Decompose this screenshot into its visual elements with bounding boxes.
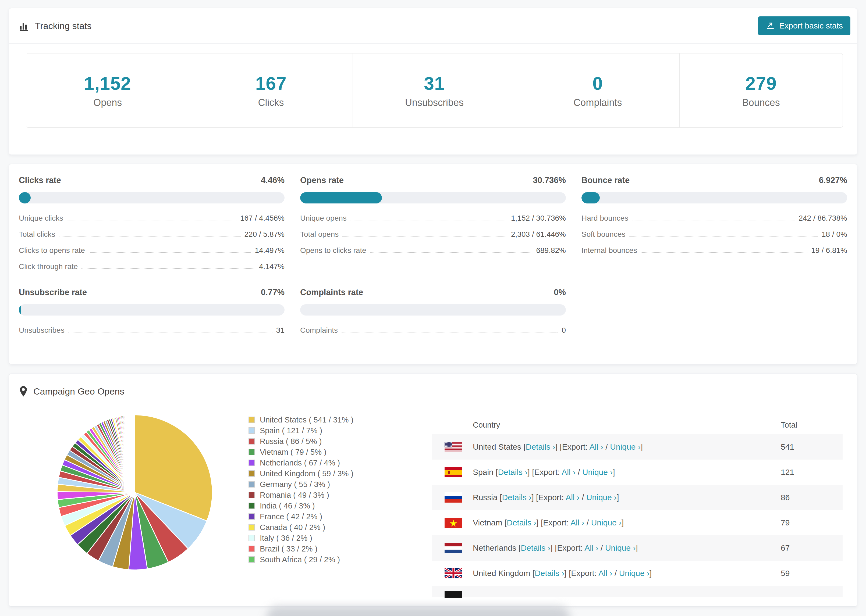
export-all-link[interactable]: All › [562, 468, 576, 476]
tracking-stats-header: Tracking stats Export basic stats [9, 8, 857, 44]
stats-row: 1,152 Opens 167 Clicks 31 Unsubscribes 0… [26, 53, 843, 128]
rate-row-label: Hard bounces [581, 214, 628, 223]
export-all-link[interactable]: All › [565, 493, 579, 502]
campaign-overview-page: Tracking stats Export basic stats 1,152 … [0, 0, 866, 616]
legend-swatch [249, 545, 255, 552]
export-all-link[interactable]: All › [589, 442, 603, 451]
rate-row-value: 1,152 / 30.736% [511, 214, 566, 223]
dotted-leader [67, 220, 236, 220]
country-flag-icon [431, 442, 473, 452]
legend-item[interactable]: France ( 42 / 2% ) [249, 511, 353, 522]
rate-row-label: Unsubscribes [19, 326, 65, 335]
country-flag-icon [431, 568, 473, 578]
rate-card: Bounce rate 6.927% Hard bounces 242 / 86… [581, 176, 847, 275]
rate-row-label: Opens to clicks rate [300, 246, 366, 255]
geo-table-header: Country Total [431, 415, 842, 434]
legend-swatch [249, 470, 255, 477]
geo-table: Country Total United States [Details ›] … [431, 415, 842, 597]
export-all-link[interactable]: All › [570, 518, 584, 527]
export-unique-link[interactable]: Unique › [582, 468, 612, 476]
legend-label: Romania ( 49 / 3% ) [260, 491, 329, 500]
legend-item[interactable]: Netherlands ( 67 / 4% ) [249, 457, 353, 468]
rate-title: Complaints rate [300, 288, 363, 297]
details-link[interactable]: Details › [526, 442, 555, 451]
legend-item[interactable]: Canada ( 40 / 2% ) [249, 522, 353, 533]
export-all-link[interactable]: All › [584, 544, 598, 552]
legend-item[interactable]: India ( 46 / 3% ) [249, 500, 353, 511]
country-total: 59 [781, 569, 842, 578]
legend-item[interactable]: Germany ( 55 / 3% ) [249, 479, 353, 490]
rate-detail-row: Clicks to opens rate 14.497% [19, 242, 285, 259]
export-unique-link[interactable]: Unique › [619, 569, 650, 578]
details-link[interactable]: Details › [507, 518, 536, 527]
legend-swatch [249, 438, 255, 445]
geo-table-row: Russia [Details ›] [Export: All › / Uniq… [431, 485, 842, 510]
legend-label: Brazil ( 33 / 2% ) [260, 545, 317, 553]
details-link[interactable]: Details › [498, 468, 527, 476]
details-link[interactable]: Details › [502, 493, 531, 502]
country-total: 67 [781, 544, 842, 553]
legend-item[interactable]: Russia ( 86 / 5% ) [249, 436, 353, 447]
column-header-total: Total [781, 421, 842, 429]
rate-row-value: 0 [562, 326, 566, 335]
stat-box: 31 Unsubscribes [353, 53, 516, 127]
legend-label: Spain ( 121 / 7% ) [260, 426, 322, 435]
clipped-flag-fragment [444, 591, 462, 598]
pie-slice[interactable] [134, 415, 135, 492]
geo-table-rows: United States [Details ›] [Export: All ›… [431, 434, 842, 586]
dotted-leader [370, 252, 532, 253]
export-unique-link[interactable]: Unique › [591, 518, 622, 527]
stat-label: Unsubscribes [405, 97, 464, 108]
country-total: 541 [781, 442, 842, 451]
rate-progress-fill [300, 192, 382, 203]
legend-label: United States ( 541 / 31% ) [260, 415, 353, 424]
rate-title: Unsubscribe rate [19, 288, 87, 297]
stat-value: 1,152 [84, 73, 131, 94]
export-unique-link[interactable]: Unique › [586, 493, 617, 502]
legend-swatch [249, 524, 255, 531]
legend-item[interactable]: Brazil ( 33 / 2% ) [249, 544, 353, 554]
geo-pie-chart [54, 412, 216, 573]
export-unique-link[interactable]: Unique › [610, 442, 640, 451]
column-header-country: Country [431, 421, 781, 429]
legend-swatch [249, 460, 255, 466]
export-unique-link[interactable]: Unique › [605, 544, 636, 552]
rate-row-label: Soft bounces [581, 230, 625, 239]
geo-table-row: United States [Details ›] [Export: All ›… [431, 434, 842, 460]
rate-progress-fill [19, 192, 31, 203]
rates-grid: Clicks rate 4.46% Unique clicks 167 / 4.… [9, 164, 857, 338]
stat-value: 0 [592, 73, 603, 94]
details-link[interactable]: Details › [521, 544, 550, 552]
legend-label: United Kingdom ( 59 / 3% ) [260, 469, 353, 478]
export-button-label: Export basic stats [779, 21, 843, 30]
rate-detail-row: Total clicks 220 / 5.87% [19, 226, 285, 242]
legend-label: Russia ( 86 / 5% ) [260, 437, 322, 446]
map-pin-icon [19, 386, 28, 397]
bar-chart-icon [19, 20, 30, 31]
country-name: United Kingdom [473, 569, 530, 578]
geo-legend: United States ( 541 / 31% ) Spain ( 121 … [249, 415, 353, 565]
legend-item[interactable]: South Africa ( 29 / 2% ) [249, 554, 353, 565]
legend-item[interactable]: Italy ( 36 / 2% ) [249, 533, 353, 544]
rate-progress-bar [581, 192, 847, 203]
geo-table-row: United Kingdom [Details ›] [Export: All … [431, 561, 842, 586]
rate-row-label: Click through rate [19, 262, 78, 271]
geo-title: Campaign Geo Opens [19, 386, 124, 397]
rate-card: Complaints rate 0% Complaints 0 [300, 288, 566, 338]
legend-item[interactable]: United States ( 541 / 31% ) [249, 415, 353, 425]
stat-value: 167 [255, 73, 287, 94]
dotted-leader [82, 268, 255, 269]
rate-card: Unsubscribe rate 0.77% Unsubscribes 31 [19, 288, 285, 338]
legend-item[interactable]: United Kingdom ( 59 / 3% ) [249, 468, 353, 479]
tracking-stats-panel: Tracking stats Export basic stats 1,152 … [9, 8, 857, 155]
export-all-link[interactable]: All › [598, 569, 612, 578]
rate-value: 0% [554, 288, 566, 297]
legend-label: France ( 42 / 2% ) [260, 512, 322, 521]
legend-item[interactable]: Romania ( 49 / 3% ) [249, 490, 353, 500]
legend-item[interactable]: Vietnam ( 79 / 5% ) [249, 447, 353, 457]
rate-row-label: Total opens [300, 230, 339, 239]
legend-item[interactable]: Spain ( 121 / 7% ) [249, 425, 353, 436]
rate-row-value: 31 [276, 326, 285, 335]
details-link[interactable]: Details › [535, 569, 564, 578]
export-basic-stats-button[interactable]: Export basic stats [758, 16, 850, 35]
